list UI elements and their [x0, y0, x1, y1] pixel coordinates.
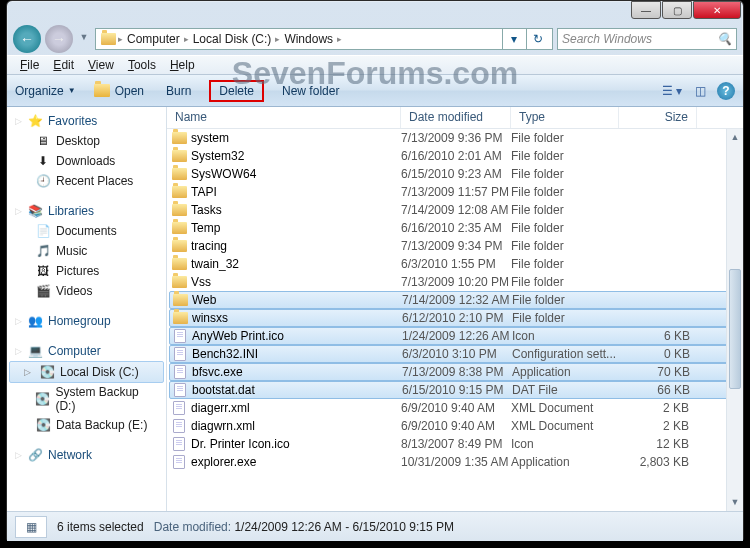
file-name: Dr. Printer Icon.ico	[191, 437, 401, 451]
preview-pane-button[interactable]: ◫	[689, 82, 711, 100]
search-input[interactable]: Search Windows 🔍	[557, 28, 737, 50]
chevron-right-icon[interactable]: ▸	[275, 34, 280, 44]
file-row[interactable]: Vss7/13/2009 10:20 PMFile folder	[167, 273, 743, 291]
sidebar-libraries[interactable]: ▷📚Libraries	[7, 201, 166, 221]
sidebar-item-music[interactable]: 🎵Music	[7, 241, 166, 261]
minimize-button[interactable]: —	[631, 1, 661, 19]
sidebar-item-videos[interactable]: 🎬Videos	[7, 281, 166, 301]
close-button[interactable]: ✕	[693, 1, 741, 19]
sidebar-network[interactable]: ▷🔗Network	[7, 445, 166, 465]
file-row[interactable]: Temp6/16/2010 2:35 AMFile folder	[167, 219, 743, 237]
delete-button[interactable]: Delete	[209, 80, 264, 102]
refresh-button[interactable]: ↻	[526, 28, 548, 50]
file-name: AnyWeb Print.ico	[192, 329, 402, 343]
file-row[interactable]: system7/13/2009 9:36 PMFile folder	[167, 129, 743, 147]
breadcrumb[interactable]: Windows	[282, 32, 335, 46]
breadcrumb[interactable]: Local Disk (C:)	[191, 32, 274, 46]
chevron-right-icon[interactable]: ▷	[24, 367, 34, 377]
menu-edit[interactable]: Edit	[46, 58, 81, 72]
sidebar-computer[interactable]: ▷💻Computer	[7, 341, 166, 361]
status-count: 6 items selected	[57, 520, 144, 534]
sidebar-item-local-disk-c[interactable]: ▷💽Local Disk (C:)	[9, 361, 164, 383]
breadcrumb[interactable]: Computer	[125, 32, 182, 46]
back-button[interactable]: ←	[13, 25, 41, 53]
file-row[interactable]: winsxs6/12/2010 2:10 PMFile folder	[169, 309, 741, 327]
file-row[interactable]: Dr. Printer Icon.ico8/13/2007 8:49 PMIco…	[167, 435, 743, 453]
file-date: 6/9/2010 9:40 AM	[401, 419, 511, 433]
file-row[interactable]: diagwrn.xml6/9/2010 9:40 AMXML Document2…	[167, 417, 743, 435]
folder-icon	[171, 274, 187, 290]
new-folder-button[interactable]: New folder	[278, 82, 343, 100]
file-row[interactable]: explorer.exe10/31/2009 1:35 AMApplicatio…	[167, 453, 743, 471]
file-row[interactable]: diagerr.xml6/9/2010 9:40 AMXML Document2…	[167, 399, 743, 417]
file-row[interactable]: tracing7/13/2009 9:34 PMFile folder	[167, 237, 743, 255]
file-type: XML Document	[511, 401, 619, 415]
file-rows: system7/13/2009 9:36 PMFile folderSystem…	[167, 129, 743, 511]
sidebar-item-recent[interactable]: 🕘Recent Places	[7, 171, 166, 191]
file-row[interactable]: Bench32.INI6/3/2010 3:10 PMConfiguration…	[169, 345, 741, 363]
menu-view[interactable]: View	[81, 58, 121, 72]
folder-icon	[171, 130, 187, 146]
forward-button[interactable]: →	[45, 25, 73, 53]
sidebar-item-documents[interactable]: 📄Documents	[7, 221, 166, 241]
col-date[interactable]: Date modified	[401, 107, 511, 128]
file-name: twain_32	[191, 257, 401, 271]
file-row[interactable]: bootstat.dat6/15/2010 9:15 PMDAT File66 …	[169, 381, 741, 399]
col-name[interactable]: Name	[167, 107, 401, 128]
sidebar-favorites[interactable]: ▷⭐Favorites	[7, 111, 166, 131]
file-type: File folder	[511, 239, 619, 253]
burn-button[interactable]: Burn	[162, 82, 195, 100]
chevron-icon: ▷	[15, 346, 22, 356]
file-size: 0 KB	[620, 347, 690, 361]
scroll-down-icon[interactable]: ▼	[727, 494, 743, 511]
file-row[interactable]: Tasks7/14/2009 12:08 AMFile folder	[167, 201, 743, 219]
music-icon: 🎵	[35, 243, 51, 259]
chevron-right-icon[interactable]: ▸	[118, 34, 123, 44]
maximize-button[interactable]: ▢	[662, 1, 692, 19]
view-options-button[interactable]: ☰ ▾	[661, 82, 683, 100]
file-row[interactable]: System326/16/2010 2:01 AMFile folder	[167, 147, 743, 165]
file-row[interactable]: twain_326/3/2010 1:55 PMFile folder	[167, 255, 743, 273]
sidebar-item-downloads[interactable]: ⬇Downloads	[7, 151, 166, 171]
file-list: Name Date modified Type Size system7/13/…	[167, 107, 743, 511]
sidebar-item-system-backup-d[interactable]: 💽System Backup (D:)	[7, 383, 166, 415]
sidebar-item-data-backup-e[interactable]: 💽Data Backup (E:)	[7, 415, 166, 435]
chevron-right-icon[interactable]: ▸	[184, 34, 189, 44]
scroll-up-icon[interactable]: ▲	[727, 129, 743, 146]
file-row[interactable]: bfsvc.exe7/13/2009 8:38 PMApplication70 …	[169, 363, 741, 381]
file-date: 6/15/2010 9:23 AM	[401, 167, 511, 181]
file-row[interactable]: AnyWeb Print.ico1/24/2009 12:26 AMIcon6 …	[169, 327, 741, 345]
menu-file[interactable]: File	[13, 58, 46, 72]
file-name: system	[191, 131, 401, 145]
file-date: 7/13/2009 9:34 PM	[401, 239, 511, 253]
file-date: 6/9/2010 9:40 AM	[401, 401, 511, 415]
scroll-thumb[interactable]	[729, 269, 741, 389]
chevron-right-icon[interactable]: ▸	[337, 34, 342, 44]
sidebar-item-pictures[interactable]: 🖼Pictures	[7, 261, 166, 281]
col-size[interactable]: Size	[619, 107, 697, 128]
file-row[interactable]: TAPI7/13/2009 11:57 PMFile folder	[167, 183, 743, 201]
help-button[interactable]: ?	[717, 82, 735, 100]
file-row[interactable]: SysWOW646/15/2010 9:23 AMFile folder	[167, 165, 743, 183]
organize-button[interactable]: Organize▼	[15, 84, 76, 98]
menu-tools[interactable]: Tools	[121, 58, 163, 72]
open-button[interactable]: Open	[90, 82, 148, 100]
file-icon	[172, 346, 188, 362]
col-type[interactable]: Type	[511, 107, 619, 128]
nav-history-dropdown[interactable]: ▼	[77, 32, 91, 46]
sidebar-homegroup[interactable]: ▷👥Homegroup	[7, 311, 166, 331]
titlebar[interactable]: — ▢ ✕	[7, 1, 743, 23]
address-dropdown-button[interactable]: ▾	[502, 28, 524, 50]
folder-icon	[172, 310, 188, 326]
scrollbar[interactable]: ▲ ▼	[726, 129, 743, 511]
file-row[interactable]: Web7/14/2009 12:32 AMFile folder	[169, 291, 741, 309]
sidebar-item-desktop[interactable]: 🖥Desktop	[7, 131, 166, 151]
menu-help[interactable]: Help	[163, 58, 202, 72]
file-name: System32	[191, 149, 401, 163]
file-name: Tasks	[191, 203, 401, 217]
file-name: Bench32.INI	[192, 347, 402, 361]
address-bar[interactable]: ▸ Computer ▸ Local Disk (C:) ▸ Windows ▸…	[95, 28, 553, 50]
file-date: 6/12/2010 2:10 PM	[402, 311, 512, 325]
toolbar: Organize▼ Open Burn Delete New folder ☰ …	[7, 75, 743, 107]
videos-icon: 🎬	[35, 283, 51, 299]
